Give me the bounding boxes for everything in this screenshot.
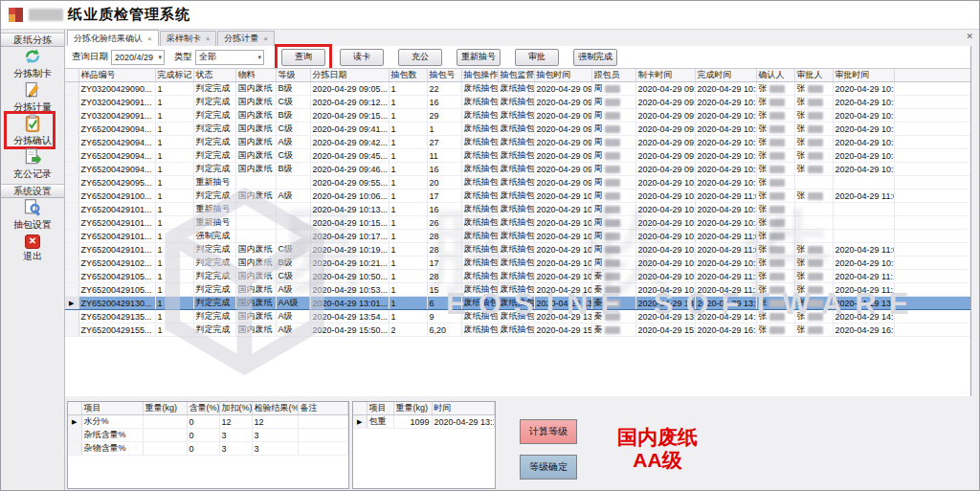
cell[interactable]: 张 — [794, 149, 833, 163]
cell[interactable]: ZY65200429094... — [78, 163, 155, 176]
row-selector[interactable] — [65, 310, 78, 324]
cell[interactable]: 判定完成 — [193, 149, 235, 163]
cell[interactable]: 张 — [794, 109, 833, 123]
table-row[interactable]: 杂物含量%033 — [68, 442, 348, 456]
cell[interactable]: 国内废纸 — [235, 136, 276, 149]
column-header[interactable]: 抽包数 — [389, 69, 427, 82]
sidebar-item-sorting-confirm[interactable]: 分拣确认 — [1, 114, 64, 147]
cell[interactable] — [143, 415, 187, 429]
cell[interactable]: 重新抽号 — [193, 176, 235, 190]
cell[interactable]: 2020-04-29 13:15:46 — [432, 415, 495, 429]
cell[interactable]: ZY65200429105... — [78, 283, 155, 297]
column-header[interactable]: 物料 — [235, 69, 276, 82]
column-header[interactable]: 项目 — [367, 402, 393, 415]
cell[interactable]: 国内废纸 — [235, 324, 276, 337]
cell[interactable]: 张 — [756, 136, 794, 149]
cell[interactable]: 废纸抽包 — [498, 190, 534, 203]
cell[interactable]: 废纸抽包 — [461, 136, 498, 149]
cell[interactable]: 2020-04-29 10:55... — [833, 136, 894, 149]
cell[interactable]: 张 — [756, 270, 794, 283]
cell[interactable]: 2020-04-29 09:42... — [534, 136, 591, 149]
cell[interactable]: 2020-04-29 09:42... — [310, 136, 389, 149]
cell[interactable]: 2020-04-29 10:19... — [310, 243, 389, 257]
cell[interactable]: 秦 — [591, 270, 635, 283]
cell[interactable]: 1 — [389, 190, 427, 203]
cell[interactable]: 26 — [427, 216, 461, 230]
cell[interactable]: 张 — [756, 123, 794, 136]
cell[interactable]: ZY65200429095... — [78, 176, 155, 190]
cell[interactable]: 2020-04-29 10:20... — [635, 243, 695, 257]
table-row[interactable]: ZY65200429101...1重新抽号2020-04-29 10:13...… — [65, 203, 971, 216]
table-row[interactable]: ZY65200429094...1判定完成国内废纸A级2020-04-29 09… — [65, 136, 971, 149]
row-selector[interactable]: ▶ — [68, 415, 81, 429]
cell[interactable]: ZY65200429101... — [78, 203, 155, 216]
cell[interactable]: 张 — [756, 283, 794, 297]
cell[interactable]: 2020-04-29 09:15... — [534, 109, 591, 123]
cell[interactable]: 张 — [756, 82, 794, 96]
table-row[interactable]: ZY65200429094...1判定完成国内废纸C级2020-04-29 09… — [65, 123, 971, 136]
cell[interactable]: 废纸抽包 — [461, 297, 498, 310]
cell[interactable]: 2020-04-29 11:10... — [695, 270, 756, 283]
cell[interactable]: 1 — [389, 203, 427, 216]
cell[interactable]: 2020-04-29 10:55... — [833, 82, 894, 96]
sidebar-item-sampling-settings[interactable]: 抽包设置 — [1, 198, 64, 232]
cell[interactable]: 2020-04-29 11:03... — [695, 190, 756, 203]
cell[interactable] — [276, 203, 310, 216]
cell[interactable]: 废纸抽包 — [461, 149, 498, 163]
cell[interactable]: 判定完成 — [193, 310, 235, 324]
cell[interactable]: 3 — [252, 442, 298, 456]
row-selector[interactable] — [65, 257, 78, 270]
cell[interactable]: ZY65200429100... — [78, 190, 155, 203]
cell[interactable]: 国内废纸 — [235, 109, 276, 123]
cell[interactable]: 27 — [427, 136, 461, 149]
cell[interactable]: 张 — [756, 310, 794, 324]
cell[interactable]: 废纸抽包 — [498, 82, 534, 96]
cell[interactable]: 1 — [389, 149, 427, 163]
cell[interactable]: 1 — [389, 123, 427, 136]
cell[interactable] — [143, 429, 187, 442]
column-header[interactable]: 等级 — [276, 69, 310, 82]
cell[interactable]: 1 — [155, 216, 193, 230]
cell[interactable]: 2020-04-29 10:14... — [635, 203, 695, 216]
cell[interactable]: 张 — [794, 270, 833, 283]
cell[interactable]: 张 — [756, 297, 794, 310]
row-selector[interactable] — [65, 96, 78, 109]
column-header[interactable]: 状态 — [193, 69, 235, 82]
cell[interactable]: ZY65200429101... — [78, 230, 155, 243]
cell[interactable]: 2020-04-29 10:18... — [635, 230, 695, 243]
cell[interactable]: 2020-04-29 13:56... — [635, 310, 695, 324]
cell[interactable]: 秦 — [591, 324, 635, 337]
cell[interactable]: 张 — [794, 123, 833, 136]
redraw-number-button[interactable]: 重新抽号 — [457, 49, 501, 66]
sidebar-item-confiscation-records[interactable]: 充公记录 — [1, 147, 64, 181]
cell[interactable]: 2020-04-29 11:05... — [833, 243, 894, 257]
cell[interactable]: 1 — [389, 243, 427, 257]
cell[interactable]: 2020-04-29 13:16... — [833, 297, 894, 310]
row-selector[interactable] — [65, 176, 78, 190]
table-row[interactable]: ZY65200429101...1重新抽号2020-04-29 10:15...… — [65, 216, 971, 230]
tabstrip-close-icon[interactable]: ✕ — [966, 32, 973, 41]
cell[interactable] — [794, 203, 833, 216]
cell[interactable]: 29 — [427, 109, 461, 123]
cell[interactable] — [235, 203, 276, 216]
cell[interactable]: 1 — [389, 109, 427, 123]
cell[interactable]: 周 — [591, 176, 635, 190]
table-row[interactable]: ZY65200429095...1重新抽号2020-04-29 09:55...… — [65, 176, 971, 190]
calculate-grade-button[interactable]: 计算等级 — [520, 419, 577, 444]
cell[interactable]: 张 — [794, 297, 833, 310]
cell[interactable]: 废纸抽包 — [461, 109, 498, 123]
cell[interactable]: 废纸抽包 — [498, 203, 534, 216]
cell[interactable]: 判定完成 — [193, 283, 235, 297]
cell[interactable]: 张 — [794, 257, 833, 270]
cell[interactable]: 废纸抽包 — [498, 243, 534, 257]
cell[interactable]: A级 — [276, 190, 310, 203]
cell[interactable]: 张 — [794, 243, 833, 257]
cell[interactable]: 1099 — [393, 415, 432, 429]
cell[interactable]: 废纸抽包 — [461, 283, 498, 297]
cell[interactable]: 16 — [427, 203, 461, 216]
cell[interactable]: 废纸抽包 — [461, 163, 498, 176]
cell[interactable]: 张 — [756, 230, 794, 243]
cell[interactable]: 1 — [155, 190, 193, 203]
cell[interactable]: 2020-04-29 10:15... — [534, 216, 591, 230]
cell[interactable]: 2020-04-29 10:21... — [310, 257, 389, 270]
